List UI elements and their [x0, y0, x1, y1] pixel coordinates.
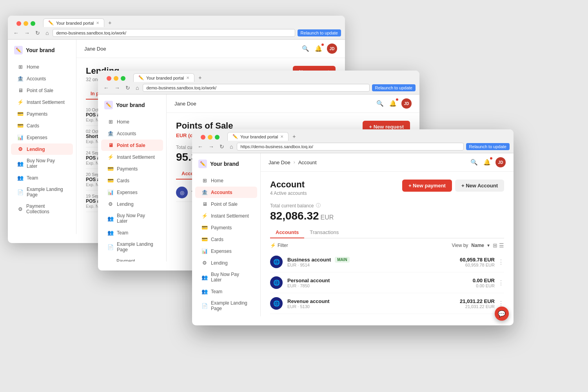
sidebar-item-pos-1[interactable]: 🖥 Point of Sale	[11, 85, 73, 96]
new-account-btn[interactable]: + New Account	[455, 180, 504, 192]
sidebar-item-lending-1[interactable]: ⚙ Lending	[11, 143, 73, 155]
sidebar-item-home-2[interactable]: ⊞ Home	[101, 116, 163, 127]
sidebar-item-accounts-2[interactable]: 🏦 Accounts	[101, 128, 163, 139]
close-btn-2[interactable]	[107, 76, 111, 81]
sidebar-item-bnpl-3[interactable]: 👥 Buy Now Pay Later	[195, 269, 257, 285]
sidebar-item-bnpl-2[interactable]: 👥 Buy Now Pay Later	[101, 210, 163, 227]
list-view-btn-3[interactable]: ☰	[499, 242, 504, 249]
new-tab-btn-3[interactable]: +	[289, 132, 299, 141]
forward-btn-3[interactable]: →	[207, 143, 216, 151]
sidebar-item-collections-3[interactable]: ⚙ Payment Collections	[195, 314, 257, 316]
sidebar-item-team-3[interactable]: 👥 Team	[195, 286, 257, 297]
avatar-1[interactable]: JD	[327, 44, 337, 54]
active-tab-2[interactable]: ✏️ Your branded portal ✕	[133, 73, 194, 82]
landing-icon-1: 📄	[17, 189, 24, 195]
url-input-2[interactable]	[143, 84, 369, 92]
sidebar-item-pos-2[interactable]: 🖥 Point of Sale	[101, 140, 163, 151]
url-input-1[interactable]	[53, 29, 295, 37]
maximize-btn-2[interactable]	[121, 76, 125, 81]
minimize-btn-2[interactable]	[114, 76, 118, 81]
tab-close-2[interactable]: ✕	[186, 76, 189, 80]
refresh-btn-2[interactable]: ↻	[124, 84, 132, 92]
sidebar-label-accounts-3: Accounts	[211, 190, 232, 195]
new-tab-btn-1[interactable]: +	[105, 18, 114, 27]
account-right-business: 60,959.78 EUR 60,959.78 EUR	[460, 257, 495, 267]
sidebar-item-payments-3[interactable]: 💳 Payments	[195, 222, 257, 233]
avatar-2[interactable]: JD	[401, 98, 412, 109]
account-menu-personal[interactable]: ⋮	[498, 279, 504, 287]
sidebar-item-instant-3[interactable]: ⚡ Instant Settlement	[195, 210, 257, 221]
tab-close-3[interactable]: ✕	[280, 134, 283, 139]
filter-btn-3[interactable]: ⚡ Filter	[270, 243, 288, 248]
search-icon-2[interactable]: 🔍	[376, 99, 385, 108]
active-tab-1[interactable]: ✏️ Your branded portal ✕	[43, 18, 104, 27]
maximize-btn-3[interactable]	[215, 135, 220, 140]
search-icon-1[interactable]: 🔍	[301, 44, 310, 53]
relaunch-btn-1[interactable]: Relaunch to update	[298, 29, 341, 36]
chat-bubble-3[interactable]: 💬	[495, 307, 509, 321]
refresh-btn-3[interactable]: ↻	[218, 143, 226, 151]
sidebar-item-instant-2[interactable]: ⚡ Instant Settlement	[101, 151, 163, 163]
accounts-tab-3[interactable]: Accounts	[270, 227, 304, 238]
relaunch-btn-2[interactable]: Relaunch to update	[372, 84, 416, 91]
sidebar-item-expenses-3[interactable]: 📊 Expenses	[195, 245, 257, 257]
sidebar-item-team-1[interactable]: 👥 Team	[11, 172, 73, 183]
home-browser-btn-2[interactable]: ⌂	[134, 84, 140, 92]
home-browser-btn-1[interactable]: ⌂	[44, 29, 50, 37]
avatar-3[interactable]: JD	[495, 157, 506, 167]
url-input-3[interactable]	[237, 143, 463, 151]
sidebar-item-expenses-2[interactable]: 📊 Expenses	[101, 187, 163, 198]
back-btn-2[interactable]: ←	[102, 84, 111, 92]
new-payment-btn[interactable]: + New payment	[402, 180, 452, 192]
sidebar-item-team-2[interactable]: 👥 Team	[101, 227, 163, 238]
new-tab-btn-2[interactable]: +	[195, 73, 205, 82]
sidebar-item-lending-3[interactable]: ⚙ Lending	[195, 257, 257, 269]
sidebar-item-accounts-1[interactable]: 🏦 Accounts	[11, 73, 73, 84]
sidebar-item-instant-1[interactable]: ⚡ Instant Settlement	[11, 96, 73, 108]
sidebar-item-landing-1[interactable]: 📄 Example Landing Page	[11, 184, 73, 200]
maximize-btn-1[interactable]	[31, 21, 35, 26]
sidebar-item-accounts-3[interactable]: 🏦 Accounts	[195, 187, 257, 198]
sidebar-item-payments-2[interactable]: 💳 Payments	[101, 163, 163, 174]
active-tab-3[interactable]: ✏️ Your branded portal ✕	[227, 132, 289, 141]
refresh-btn-1[interactable]: ↻	[34, 29, 42, 37]
tab-close-1[interactable]: ✕	[96, 21, 99, 25]
sidebar-item-collections-2[interactable]: ⚙ Payment Collections	[101, 256, 163, 261]
back-btn-1[interactable]: ←	[12, 29, 20, 37]
sidebar-item-payments-1[interactable]: 💳 Payments	[11, 108, 73, 120]
account-sub-business: 60,959.78 EUR	[460, 263, 495, 267]
close-btn-3[interactable]	[201, 135, 205, 140]
pos-icon-1: 🖥	[17, 87, 24, 93]
search-icon-3[interactable]: 🔍	[470, 158, 479, 167]
grid-view-btn-3[interactable]: ⊞	[493, 242, 497, 249]
sidebar-item-cards-1[interactable]: 💳 Cards	[11, 120, 73, 131]
sidebar-item-cards-2[interactable]: 💳 Cards	[101, 175, 163, 186]
forward-btn-1[interactable]: →	[23, 29, 31, 37]
sidebar-item-collections-1[interactable]: ⚙ Payment Collections	[11, 201, 73, 217]
home-browser-btn-3[interactable]: ⌂	[228, 143, 234, 151]
sidebar-item-home-1[interactable]: ⊞ Home	[11, 61, 73, 73]
bell-icon-2[interactable]: 🔔	[388, 99, 397, 108]
sidebar-item-pos-3[interactable]: 🖥 Point of Sale	[195, 198, 257, 210]
transactions-tab-3[interactable]: Transactions	[304, 227, 344, 238]
bell-icon-1[interactable]: 🔔	[314, 44, 323, 53]
sidebar-item-expenses-1[interactable]: 📊 Expenses	[11, 132, 73, 143]
sidebar-item-home-3[interactable]: ⊞ Home	[195, 175, 257, 186]
minimize-btn-3[interactable]	[208, 135, 212, 140]
close-btn-1[interactable]	[16, 21, 21, 26]
account-amount-personal: 0.00 EUR	[473, 278, 495, 283]
top-bar-3: Jane Doe › Account 🔍 🔔 JD	[261, 153, 514, 172]
sidebar-item-cards-3[interactable]: 💳 Cards	[195, 234, 257, 245]
sidebar-item-lending-2[interactable]: ⚙ Lending	[101, 198, 163, 210]
bell-icon-3[interactable]: 🔔	[483, 158, 492, 167]
minimize-btn-1[interactable]	[24, 21, 28, 26]
relaunch-btn-3[interactable]: Relaunch to update	[466, 143, 510, 150]
sidebar-item-bnpl-1[interactable]: 👥 Buy Now Pay Later	[11, 155, 73, 172]
collections-icon-1: ⚙	[17, 206, 23, 212]
sidebar-item-landing-2[interactable]: 📄 Example Landing Page	[101, 239, 163, 255]
account-menu-business[interactable]: ⋮	[498, 258, 504, 266]
sidebar-item-landing-3[interactable]: 📄 Example Landing Page	[195, 298, 257, 314]
account-menu-revenue[interactable]: ⋮	[498, 300, 504, 307]
back-btn-3[interactable]: ←	[196, 143, 205, 151]
forward-btn-2[interactable]: →	[113, 84, 122, 92]
